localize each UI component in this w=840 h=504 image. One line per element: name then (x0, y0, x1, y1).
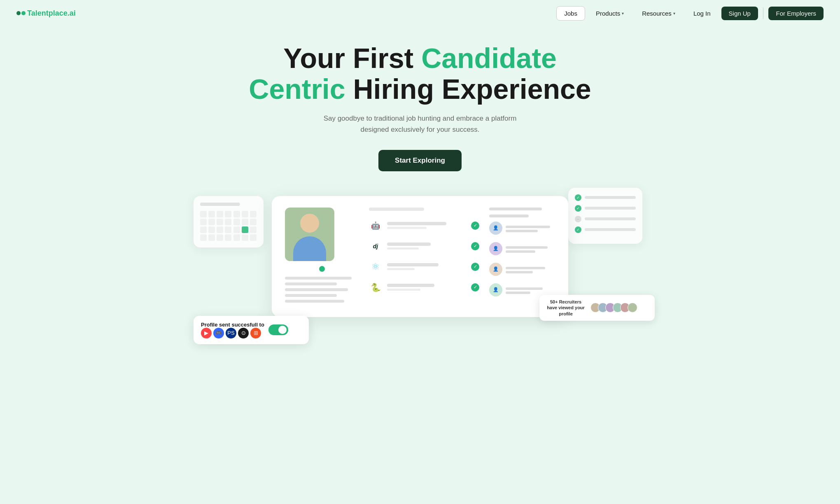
cal-cell (225, 226, 231, 233)
recruiter-text (506, 267, 555, 275)
recruiter-avatar: 👤 (489, 242, 502, 255)
hero-section: Your First Candidate Centric Hiring Expe… (0, 26, 840, 369)
profile-name-line (285, 277, 352, 280)
toast-text: Profile sent succesfull to (201, 322, 264, 328)
cal-cell (233, 219, 240, 225)
nav-links: Jobs Products ▾ Resources ▾ Log In Sign … (556, 6, 824, 21)
hero-title-line1: Your First (283, 42, 413, 74)
profile-info-line3 (285, 300, 344, 303)
hero-title: Your First Candidate Centric Hiring Expe… (235, 43, 605, 105)
toast-toggle[interactable] (268, 324, 288, 335)
signup-button[interactable]: Sign Up (721, 7, 758, 20)
recruiter-text (506, 226, 555, 234)
calendar-header-bar (200, 203, 240, 206)
skills-column: 🤖 ✓ dj ✓ (369, 208, 479, 306)
android-icon: 🤖 (369, 219, 382, 232)
profile-column (285, 208, 359, 306)
android-check-icon: ✓ (471, 222, 479, 230)
hero-title-candidate: Candidate (421, 42, 557, 74)
mockup-area: ✓ ✓ – ✓ (173, 188, 667, 361)
recruiter-item: 👤 (489, 222, 555, 238)
react-bar (387, 263, 466, 270)
cal-cell (200, 211, 207, 217)
logo-dot-teal (21, 11, 26, 15)
cal-cell (208, 211, 215, 217)
calendar-grid (200, 211, 257, 241)
logo-place: place (49, 9, 68, 17)
recruiter-item: 👤 (489, 263, 555, 279)
login-button[interactable]: Log In (686, 7, 718, 20)
cal-cell (208, 234, 215, 241)
resources-button[interactable]: Resources ▾ (635, 7, 683, 20)
skills-header-line (369, 208, 424, 211)
toast-logo-4: ⊙ (238, 328, 249, 338)
rec-name-line (506, 246, 548, 249)
cal-cell (200, 219, 207, 225)
skill-row-python: 🐍 ✓ (369, 281, 479, 294)
android-bar-fill (387, 222, 446, 225)
django-check-icon: ✓ (471, 242, 479, 250)
cal-cell (225, 211, 231, 217)
check-grey-icon: – (575, 216, 581, 222)
cal-cell (217, 211, 223, 217)
cal-cell (233, 226, 240, 233)
profile-title-line (285, 282, 337, 285)
cal-cell (200, 226, 207, 233)
toast-logos: ▶ 🎮 PS ⊙ ⊞ (201, 328, 264, 338)
check-row: ✓ (575, 226, 636, 233)
calendar-card (194, 196, 264, 247)
django-bar-fill (387, 243, 431, 246)
check-line (585, 196, 636, 199)
employers-button[interactable]: For Employers (768, 7, 824, 20)
hero-subtitle: Say goodbye to traditional job hunting a… (321, 113, 519, 135)
check-done-icon: ✓ (575, 205, 581, 212)
rec-role-line (506, 250, 535, 253)
rec-header-line2 (489, 215, 529, 217)
cal-cell (217, 226, 223, 233)
hero-title-hiring: Hiring Experience (353, 73, 591, 105)
check-row: ✓ (575, 194, 636, 201)
django-bar-sub (387, 247, 419, 250)
android-bar (387, 222, 466, 229)
django-icon: dj (369, 240, 382, 253)
logo-icon (16, 11, 26, 15)
jobs-button[interactable]: Jobs (556, 6, 585, 21)
cal-cell (242, 219, 248, 225)
logo-text: Talentplace.ai (27, 9, 76, 18)
react-icon: ⚛ (369, 260, 382, 273)
react-bar-sub (387, 268, 415, 270)
android-bar-sub (387, 227, 427, 229)
recruiter-avatar: 👤 (489, 222, 502, 235)
profile-photo (285, 208, 334, 261)
toast-logo-2: 🎮 (213, 328, 224, 338)
cal-cell (217, 234, 223, 241)
toast-logo-5: ⊞ (250, 328, 261, 338)
rec-role-line (506, 230, 538, 232)
cal-cell (233, 234, 240, 241)
python-check-icon: ✓ (471, 283, 479, 292)
cal-cell (250, 219, 257, 225)
logo-dot-green (16, 11, 21, 15)
recruiter-text (506, 287, 555, 296)
cal-cell-highlight (242, 226, 248, 233)
cal-cell (250, 211, 257, 217)
logo: Talentplace.ai (16, 9, 76, 18)
toast-logo-3: PS (226, 328, 236, 338)
profile-info-line2 (285, 294, 337, 297)
python-icon: 🐍 (369, 281, 382, 294)
check-row: ✓ (575, 205, 636, 212)
start-exploring-button[interactable]: Start Exploring (378, 150, 462, 171)
python-bar (387, 284, 466, 291)
cal-cell (225, 219, 231, 225)
rec-name-line (506, 267, 545, 269)
checklist-card: ✓ ✓ – ✓ (568, 188, 642, 244)
logo-talent: Talent (27, 9, 49, 17)
react-check-icon: ✓ (471, 263, 479, 271)
toast-toggle-knob (278, 326, 287, 334)
cal-cell (225, 234, 231, 241)
cal-cell (242, 211, 248, 217)
products-button[interactable]: Products ▾ (588, 7, 631, 20)
resources-chevron-icon: ▾ (673, 11, 675, 16)
check-line (585, 217, 636, 220)
profile-sent-toast: Profile sent succesfull to ▶ 🎮 PS ⊙ ⊞ (194, 316, 309, 344)
